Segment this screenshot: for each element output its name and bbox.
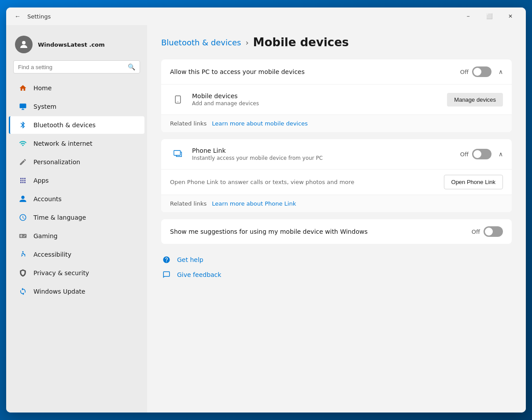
- phone-link-icon: [170, 146, 186, 162]
- sidebar-item-home-label: Home: [33, 85, 52, 92]
- sidebar-item-bluetooth[interactable]: Bluetooth & devices: [9, 116, 144, 134]
- mobile-related-links-label: Related links: [170, 120, 207, 127]
- accessibility-icon: [18, 249, 28, 260]
- gaming-icon: [18, 231, 28, 241]
- sidebar-item-time[interactable]: Time & language: [9, 209, 144, 226]
- back-button[interactable]: ←: [11, 10, 24, 22]
- window-controls: − ⬜ ✕: [458, 9, 521, 23]
- sidebar-item-privacy[interactable]: Privacy & security: [9, 264, 144, 282]
- username: WindowsLatest .com: [38, 41, 105, 48]
- time-icon: [18, 212, 28, 223]
- sidebar-item-network-label: Network & internet: [33, 140, 92, 147]
- user-section: WindowsLatest .com: [6, 32, 147, 60]
- mobile-related-links-row: Related links Learn more about mobile de…: [161, 114, 512, 132]
- sidebar-item-time-label: Time & language: [33, 214, 86, 221]
- suggestions-toggle-label: Off: [472, 228, 480, 235]
- suggestions-toggle[interactable]: [484, 226, 503, 237]
- mobile-devices-row: Mobile devices Add and manage devices Ma…: [161, 84, 512, 114]
- phone-link-chevron[interactable]: ∧: [499, 151, 503, 158]
- settings-window: ← Settings − ⬜ ✕ WindowsLatest .com 🔍: [6, 7, 526, 413]
- phone-link-body-row: Open Phone Link to answer calls or texts…: [161, 169, 512, 195]
- update-icon: [18, 286, 28, 297]
- allow-access-card: Allow this PC to access your mobile devi…: [161, 59, 512, 132]
- phone-link-card: Phone Link Instantly access your mobile …: [161, 139, 512, 212]
- allow-access-chevron[interactable]: ∧: [499, 68, 503, 75]
- phone-link-info: Phone Link Instantly access your mobile …: [192, 147, 460, 161]
- sidebar-item-home[interactable]: Home: [9, 79, 144, 97]
- close-button[interactable]: ✕: [500, 9, 521, 23]
- search-icon[interactable]: 🔍: [128, 63, 135, 70]
- svg-point-6: [177, 101, 178, 102]
- get-help-row[interactable]: Get help: [161, 254, 512, 265]
- sidebar-item-gaming[interactable]: Gaming: [9, 227, 144, 245]
- suggestions-card: Show me suggestions for using my mobile …: [161, 219, 512, 244]
- sidebar: WindowsLatest .com 🔍 Home System: [6, 25, 147, 413]
- system-icon: [18, 101, 28, 112]
- privacy-icon: [18, 268, 28, 278]
- get-help-link[interactable]: Get help: [177, 256, 203, 263]
- phone-link-related-link[interactable]: Learn more about Phone Link: [212, 200, 296, 207]
- personalization-icon: [18, 157, 28, 167]
- get-help-icon: [161, 254, 172, 265]
- phone-link-toggle-label: Off: [460, 151, 469, 158]
- allow-access-toggle-label: Off: [460, 69, 469, 75]
- breadcrumb-current: Mobile devices: [253, 36, 349, 49]
- search-input[interactable]: [18, 64, 128, 70]
- suggestions-label: Show me suggestions for using my mobile …: [170, 228, 472, 235]
- window-title: Settings: [27, 13, 51, 20]
- open-phone-link-button[interactable]: Open Phone Link: [444, 175, 503, 189]
- main-layout: WindowsLatest .com 🔍 Home System: [6, 25, 526, 413]
- sidebar-item-system[interactable]: System: [9, 98, 144, 115]
- mobile-devices-title: Mobile devices: [192, 92, 447, 99]
- sidebar-item-personalization[interactable]: Personalization: [9, 153, 144, 171]
- main-content: Bluetooth & devices › Mobile devices All…: [147, 25, 526, 413]
- phone-link-title: Phone Link: [192, 147, 460, 154]
- footer-links: Get help Give feedback: [161, 254, 512, 280]
- sidebar-item-bluetooth-label: Bluetooth & devices: [33, 122, 96, 129]
- suggestions-toggle-container: Off: [472, 226, 503, 237]
- sidebar-item-accessibility[interactable]: Accessibility: [9, 246, 144, 263]
- mobile-device-icon: [170, 92, 186, 107]
- breadcrumb: Bluetooth & devices › Mobile devices: [161, 36, 512, 49]
- allow-access-toggle[interactable]: [472, 66, 491, 77]
- network-icon: [18, 138, 28, 149]
- maximize-button[interactable]: ⬜: [479, 9, 499, 23]
- phone-link-toggle[interactable]: [472, 149, 491, 159]
- svg-point-4: [22, 251, 24, 253]
- sidebar-item-accounts[interactable]: Accounts: [9, 190, 144, 208]
- allow-access-row: Allow this PC to access your mobile devi…: [161, 59, 512, 84]
- give-feedback-link[interactable]: Give feedback: [177, 271, 221, 278]
- sidebar-item-apps-label: Apps: [33, 177, 49, 184]
- phone-link-body-text: Open Phone Link to answer calls or texts…: [170, 179, 444, 185]
- mobile-devices-subtitle: Add and manage devices: [192, 100, 447, 107]
- svg-rect-1: [20, 103, 26, 108]
- svg-rect-7: [174, 151, 181, 155]
- search-box[interactable]: 🔍: [13, 60, 140, 74]
- minimize-button[interactable]: −: [458, 9, 478, 23]
- sidebar-item-apps[interactable]: Apps: [9, 172, 144, 189]
- mobile-devices-info: Mobile devices Add and manage devices: [192, 92, 447, 107]
- breadcrumb-parent[interactable]: Bluetooth & devices: [161, 38, 241, 47]
- manage-devices-button[interactable]: Manage devices: [447, 93, 503, 107]
- mobile-related-link[interactable]: Learn more about mobile devices: [212, 120, 308, 127]
- sidebar-item-personalization-label: Personalization: [33, 158, 80, 166]
- phone-link-subtitle: Instantly access your mobile device from…: [192, 155, 460, 161]
- allow-access-label: Allow this PC to access your mobile devi…: [170, 68, 460, 75]
- allow-access-toggle-container: Off ∧: [460, 66, 503, 77]
- phone-link-header-row: Phone Link Instantly access your mobile …: [161, 139, 512, 169]
- phone-link-related-links-row: Related links Learn more about Phone Lin…: [161, 195, 512, 212]
- give-feedback-icon: [161, 269, 172, 280]
- accounts-icon: [18, 194, 28, 204]
- breadcrumb-separator: ›: [245, 38, 248, 47]
- phone-link-related-links-label: Related links: [170, 200, 207, 207]
- sidebar-item-update[interactable]: Windows Update: [9, 283, 144, 300]
- phone-link-toggle-container: Off ∧: [460, 149, 503, 159]
- titlebar: ← Settings − ⬜ ✕: [6, 7, 526, 25]
- bluetooth-icon: [18, 120, 28, 130]
- sidebar-item-gaming-label: Gaming: [33, 232, 58, 239]
- give-feedback-row[interactable]: Give feedback: [161, 269, 512, 280]
- sidebar-item-accessibility-label: Accessibility: [33, 251, 71, 258]
- sidebar-item-network[interactable]: Network & internet: [9, 135, 144, 152]
- sidebar-item-update-label: Windows Update: [33, 288, 85, 295]
- sidebar-item-system-label: System: [33, 103, 56, 110]
